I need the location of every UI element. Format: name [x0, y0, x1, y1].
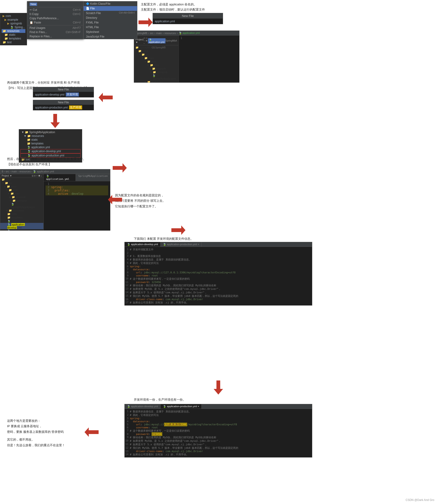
submenu-file[interactable]: 📄 File [84, 6, 137, 11]
ide-window-left: B › src › main › resources › 🍃 applicati… [0, 169, 110, 231]
prod-config-tabs: 🍃 application-develop.yml 🍃 application-… [125, 404, 312, 409]
cm-find-usages[interactable]: Find UsagesAlt+F7 [27, 26, 83, 30]
arrow-down-3 [214, 381, 223, 395]
cm-paste[interactable]: 📋 PasteCtrl+V [27, 20, 83, 25]
cm-find-files[interactable]: Find in Files...Ctrl+Shift+F [27, 30, 83, 34]
submenu-fxml[interactable]: FXML File [84, 20, 137, 25]
prod-config-panel: 🍃 application-develop.yml 🍃 application-… [124, 404, 312, 457]
cm-copy[interactable]: ⎘ CopyCtrl+C [27, 12, 83, 16]
tree-springmbapp[interactable]: 🍃 SpringMbApplication [134, 74, 178, 80]
ide-sidebar-1: Project ▼ ⊙ ≡ ÷ ✱ – 🍃 application.yml Sp… [134, 36, 179, 82]
tree-appdev-highlighted: 🍃 application-develop.yml [20, 149, 81, 153]
arrow-down-2 [171, 225, 185, 235]
newfile-prod: New File application-production.yml 生产环境 [33, 100, 94, 111]
arrow-section2 [98, 93, 113, 103]
tree-resources[interactable]: ▼ 📁 resources [134, 80, 178, 82]
nfd1-input[interactable]: application.yml [153, 19, 223, 24]
newfile-dev: New File application-develop.yml 开发环境 [33, 87, 94, 98]
cm-copy-path[interactable]: Copy Path/Reference... [27, 16, 83, 20]
tree-springmb2[interactable]: ▼ 📁 springmb [134, 71, 178, 74]
nfd-dev-input[interactable]: application-develop.yml 开发环境 [33, 92, 94, 97]
ide-window-top-right: SpringMB › src › main › resources › 🍃 ap… [134, 31, 239, 83]
arrow-section3-right [113, 163, 127, 173]
tree-com[interactable]: ▼ 📁 com [134, 63, 178, 67]
submenu-javascript[interactable]: JavaScript File [84, 34, 137, 39]
cm-new[interactable]: New [27, 2, 83, 7]
arrow-section5-left [85, 428, 98, 438]
arrow-section3-ann [108, 195, 122, 205]
ide-breadcrumb-2: B › src › main › resources › 🍃 applicati… [0, 169, 110, 174]
annotation-section5-left: 这两个地方是需要改的： IP 要换成 云服务器地址， 密码，要换 服务器上装数据… [7, 418, 85, 448]
submenu-kotlin[interactable]: 🔷 Kotlin Class/File [84, 1, 137, 6]
dev-config-panel: 🍃 application-develop.yml 🍃 application-… [124, 242, 312, 306]
annotation-section4-top: 下面我们 来配置 开发环境的配置文件信息。 [134, 236, 194, 241]
dev-config-code: 1# 开发环境配置文件 2 3# 1. 配置数据库连接信息 4# 数据库的连接信… [125, 247, 312, 305]
submenu-stylesheet[interactable]: Stylesheet [84, 30, 137, 34]
arrow-1 [138, 18, 153, 28]
tree-java[interactable]: ▼ 📁 java [134, 60, 178, 63]
nfd-prod-input[interactable]: application-production.yml 生产环境 [33, 105, 94, 110]
ide-sidebar-2: Project ▼ ⊙ ≡ ÷ ✱ – 📁 .idea ▼ 📁 src ▼ 📁 … [0, 174, 44, 230]
annotation-section3-left: 然后，在主配置文件中，指定运行 开发环境 的 配置文件。 【现在还不会涉及到 生… [7, 156, 86, 167]
submenu-scratch[interactable]: Scratch FileCtrl+Alt+Shift+I [84, 11, 137, 15]
arrow-down-1 [50, 114, 60, 129]
tree-src[interactable]: ▼ 📁 src [134, 53, 178, 56]
ide-breadcrumb-1: SpringMB › src › main › resources › 🍃 ap… [134, 31, 239, 36]
tree-example[interactable]: ▶ 📁 example [134, 67, 178, 71]
dev-config-tabs: 🍃 application-develop.yml 🍃 application-… [125, 242, 312, 247]
cm-replace[interactable]: Replace in Files... [27, 34, 83, 38]
cm-cut[interactable]: ✂ CutCtrl+X [27, 8, 83, 12]
tree-main[interactable]: ▼ 📁 main [134, 56, 178, 60]
annotation-section5-top: 开发环境有一份，生产环境也有一份。 [134, 397, 186, 402]
nfd1-title: New File [153, 13, 223, 19]
file-tree-top-left: ▶ com ▶ example ▶ springmb 🍃 Spring... 📁… [0, 13, 27, 45]
tree-idea[interactable]: 📁 .idea [134, 49, 178, 53]
ide-code-2: 🍃 application.yml SpringMbApplication 1 … [44, 174, 110, 230]
tree-springmb[interactable]: 📁 SpringMB G$:SpringMB [134, 46, 178, 49]
nfd-prod-badge: 生产环境 [69, 105, 82, 110]
submenu-directory[interactable]: Directory [84, 15, 137, 20]
nfd-dev-title: New File [33, 87, 94, 92]
context-submenu-new: 🔷 Kotlin Class/File 📄 File Scratch FileC… [83, 1, 137, 39]
annotation-top-right: 主配置文件，必须是 application 命名的。 主配置文件：项目启动时，默… [141, 2, 434, 12]
ide-code-1: 1 [179, 36, 239, 82]
submenu-html[interactable]: HTML File [84, 25, 137, 30]
nfd-dev-badge: 开发环境 [66, 93, 79, 97]
newfile-dialog-1: New File application.yml [153, 13, 223, 24]
annotation-section3-code: 因为配置文件的命名规则是固定的， 我们只需要将 不同的部分 填写上去。 它知道执… [115, 193, 169, 209]
watermark: CSDN @Dark And Gro [406, 498, 434, 502]
context-menu[interactable]: New ✂ CutCtrl+X ⎘ CopyCtrl+C Copy Path/R… [27, 1, 83, 39]
nfd-prod-title: New File [33, 100, 94, 105]
prod-config-code: 1# 数据库的连接信息，是属于 系统级别的配置信息。 2# 因此，它有固定的写法… [125, 409, 312, 457]
